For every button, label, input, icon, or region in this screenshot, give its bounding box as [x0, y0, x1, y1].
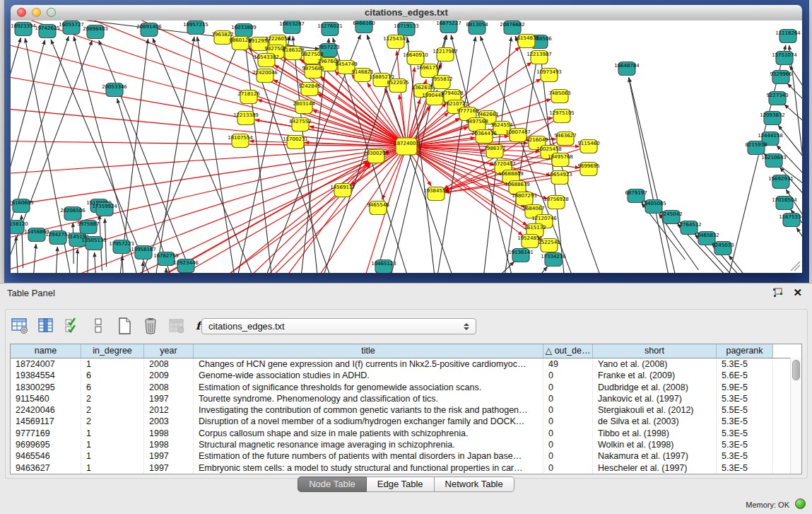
cell-title[interactable]: Genome-wide association studies in ADHD.	[194, 370, 543, 381]
cell-short[interactable]: Dudbridge et al. (2008)	[593, 382, 717, 393]
graph-node[interactable]: 9227343	[766, 92, 788, 105]
table-row[interactable]: 969969511998Structural magnetic resonanc…	[11, 439, 801, 450]
cell-short[interactable]: de Silva et al. (2003)	[593, 416, 717, 427]
cell-pagerank[interactable]: 5.3E-5	[717, 393, 773, 404]
graph-node[interactable]: 16648784	[614, 62, 640, 76]
cell-year[interactable]: 1997	[144, 393, 194, 404]
tab-node-table[interactable]: Node Table	[298, 477, 367, 492]
graph-node[interactable]: 6497568	[466, 118, 488, 132]
table-row[interactable]: 1872400712008Changes of HCN gene express…	[11, 358, 801, 370]
window-titlebar[interactable]: citations_edges.txt	[11, 5, 802, 21]
table-row[interactable]: 946554611997Estimation of the future num…	[11, 450, 801, 462]
new-column-icon[interactable]	[114, 316, 134, 336]
graph-node[interactable]: 18107554	[228, 134, 253, 148]
graph-node[interactable]: 12217987	[433, 48, 458, 62]
cell-in_degree[interactable]: 2	[81, 404, 144, 416]
cell-year[interactable]: 1998	[144, 428, 194, 439]
graph-node[interactable]: 16055727	[59, 21, 84, 35]
cell-out_de[interactable]: 0	[543, 439, 593, 450]
cell-name[interactable]: 19384554	[11, 370, 81, 381]
graph-node[interactable]: 19384554	[423, 187, 449, 201]
graph-node[interactable]: 10653287	[279, 21, 305, 34]
graph-node[interactable]: 9115460	[577, 140, 599, 153]
cell-in_degree[interactable]: 1	[81, 358, 144, 370]
tab-network-table[interactable]: Network Table	[435, 477, 514, 492]
graph-node[interactable]: 16210643	[761, 154, 787, 168]
graph-node[interactable]: 19742625	[35, 25, 60, 38]
graph-node[interactable]: 8215938	[745, 141, 767, 155]
graph-node[interactable]: 20364436	[471, 130, 497, 144]
graph-node[interactable]: 18957215	[183, 21, 208, 35]
cell-out_de[interactable]: 0	[543, 450, 593, 462]
cell-title[interactable]: Embryonic stem cells: a model to study s…	[194, 462, 543, 474]
cell-name[interactable]: 9465546	[11, 450, 81, 462]
column-header-pagerank[interactable]: pagerank	[717, 344, 773, 358]
graph-node[interactable]: 20053346	[102, 83, 127, 97]
graph-node[interactable]: 19756928	[543, 196, 569, 209]
close-panel-icon[interactable]: ✕	[793, 288, 802, 298]
cell-in_degree[interactable]: 1	[81, 450, 144, 462]
cell-out_de[interactable]: 0	[543, 416, 593, 427]
delete-column-icon[interactable]	[141, 316, 160, 336]
graph-node[interactable]: 19654923	[547, 171, 572, 185]
graph-node[interactable]: 19136141	[508, 249, 534, 262]
cell-title[interactable]: Disruption of a novel member of a sodium…	[194, 416, 543, 427]
graph-node[interactable]: 12923446	[173, 259, 199, 273]
cell-short[interactable]: Yano et al. (2008)	[593, 358, 717, 370]
cell-pagerank[interactable]: 5.3E-5	[717, 450, 773, 462]
cell-name[interactable]: 9463627	[11, 462, 81, 474]
select-all-icon[interactable]	[62, 316, 82, 336]
cell-name[interactable]: 9115460	[11, 393, 81, 404]
cell-pagerank[interactable]: 5.3E-5	[717, 462, 773, 474]
column-header-in_degree[interactable]: in_degree	[81, 344, 144, 358]
cell-pagerank[interactable]: 5.5E-5	[717, 404, 773, 416]
cell-out_de[interactable]: 0	[543, 462, 593, 474]
cell-pagerank[interactable]: 5.3E-5	[717, 428, 773, 439]
cell-in_degree[interactable]: 6	[81, 370, 144, 381]
graph-node[interactable]: 20876682	[500, 21, 525, 35]
cell-pagerank[interactable]: 5.9E-5	[717, 382, 773, 393]
cell-short[interactable]: Hescheler et al. (1997)	[593, 462, 717, 474]
table-vertical-scrollbar[interactable]	[790, 358, 801, 474]
graph-node[interactable]: 16033809	[231, 24, 257, 37]
cell-title[interactable]: Corpus callosum shape and size in male p…	[194, 428, 543, 439]
graph-node[interactable]: 11254349	[383, 35, 408, 49]
graph-node[interactable]: 9242845	[298, 83, 320, 96]
cell-title[interactable]: Investigating the contribution of common…	[194, 404, 543, 416]
graph-node[interactable]: 13505135	[81, 237, 107, 250]
graph-node[interactable]: 18640910	[403, 52, 428, 65]
cell-name[interactable]: 22420046	[11, 404, 81, 416]
cell-in_degree[interactable]: 1	[81, 462, 144, 474]
graph-node[interactable]: 11118264	[775, 30, 801, 43]
table-row[interactable]: 1830029562008Estimation of significance …	[11, 382, 801, 393]
table-row[interactable]: 977716911998Corpus callosum shape and si…	[11, 428, 801, 439]
tab-edge-table[interactable]: Edge Table	[367, 477, 435, 492]
graph-node[interactable]: 6466160	[353, 21, 375, 33]
column-header-year[interactable]: year	[144, 344, 194, 358]
column-header-short[interactable]: short	[593, 344, 717, 358]
cell-in_degree[interactable]: 2	[81, 393, 144, 404]
cell-short[interactable]: Tibbo et al. (1998)	[593, 428, 717, 439]
scrollbar-thumb[interactable]	[792, 360, 800, 380]
graph-node[interactable]: 7485063	[548, 90, 570, 103]
graph-node[interactable]: 14569117	[330, 184, 355, 197]
cell-out_de[interactable]: 49	[543, 358, 593, 370]
table-row[interactable]: 2242004622012Investigating the contribut…	[11, 404, 801, 416]
show-columns-icon[interactable]	[36, 316, 56, 336]
graph-node[interactable]: 2718126	[237, 90, 260, 104]
graph-node[interactable]: 12213987	[526, 51, 552, 64]
graph-node[interactable]: 16875227	[436, 21, 461, 33]
cell-pagerank[interactable]: 5.6E-5	[717, 370, 773, 381]
graph-node[interactable]: 9329966	[770, 71, 792, 84]
table-mode-icon[interactable]	[10, 316, 30, 336]
cell-year[interactable]: 2012	[144, 404, 194, 416]
graph-node[interactable]: 17359924	[92, 203, 117, 216]
column-header-name[interactable]: name	[11, 344, 81, 358]
cell-out_de[interactable]: 0	[543, 404, 593, 416]
graph-node[interactable]: 8427552	[289, 118, 311, 132]
cell-in_degree[interactable]: 1	[81, 439, 144, 450]
graph-node[interactable]: 20206506	[60, 207, 86, 221]
cell-in_degree[interactable]: 2	[81, 416, 144, 427]
graph-node[interactable]: 17016504	[772, 197, 797, 210]
cell-year[interactable]: 2008	[144, 382, 194, 393]
